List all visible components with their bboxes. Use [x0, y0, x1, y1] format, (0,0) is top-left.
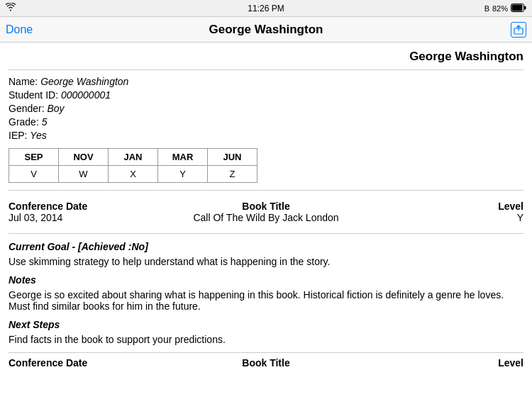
goal-title: Current Goal - [Achieved :No] — [9, 241, 523, 252]
notes-title: Notes — [9, 274, 523, 286]
conf-book-value: Call Of The Wild By Jack London — [180, 212, 352, 223]
iep-value: Yes — [30, 130, 46, 141]
score-value-sep: V — [9, 166, 59, 183]
nav-bar: Done George Washington — [0, 17, 532, 43]
done-button[interactable]: Done — [6, 23, 33, 36]
bottom-conf-date-label: Conference Date — [9, 357, 180, 369]
battery-icon — [511, 4, 526, 13]
bottom-conf-book-col: Book Title — [180, 357, 352, 369]
goal-title-text: Current Goal - [Achieved :No] — [9, 241, 148, 252]
conf-level-col: Level Y — [352, 201, 523, 223]
score-table: SEP NOV JAN MAR JUN V W X Y Z — [9, 148, 257, 183]
score-header-row: SEP NOV JAN MAR JUN — [9, 149, 257, 166]
section-divider-1 — [9, 190, 523, 191]
iep-label: IEP: — [9, 130, 30, 141]
status-right: B 82% — [484, 4, 526, 13]
score-value-row: V W X Y Z — [9, 166, 257, 183]
goal-text: Use skimming strategy to help understand… — [9, 256, 523, 267]
score-header-jun: JUN — [208, 149, 257, 166]
score-header-nov: NOV — [59, 149, 109, 166]
score-value-jan: X — [109, 166, 158, 183]
main-content: George Washington Name: George Washingto… — [0, 43, 532, 399]
score-header-mar: MAR — [158, 149, 208, 166]
score-value-nov: W — [59, 166, 109, 183]
bottom-conf-date-col: Conference Date — [9, 357, 180, 369]
conference-header: Conference Date Jul 03, 2014 Book Title … — [9, 198, 523, 226]
score-header-jan: JAN — [109, 149, 158, 166]
gender-value: Boy — [47, 103, 64, 114]
wifi-icon — [6, 3, 16, 13]
next-steps-title: Next Steps — [9, 319, 523, 330]
status-bar: 11:26 PM B 82% — [0, 0, 532, 17]
goal-section: Current Goal - [Achieved :No] Use skimmi… — [9, 241, 523, 267]
conf-book-col: Book Title Call Of The Wild By Jack Lond… — [180, 201, 352, 223]
bottom-conf-book-label: Book Title — [180, 357, 352, 369]
conf-date-value: Jul 03, 2014 — [9, 212, 180, 223]
status-time: 11:26 PM — [248, 4, 284, 13]
nav-title: George Washington — [209, 23, 323, 37]
studentid-value: 000000001 — [61, 89, 111, 101]
conf-book-label: Book Title — [180, 201, 352, 212]
share-action-button[interactable] — [511, 22, 526, 38]
name-row: Name: George Washington — [9, 76, 523, 87]
studentid-label: Student ID: — [9, 89, 61, 101]
battery-percentage: 82% — [492, 4, 508, 13]
conf-date-col: Conference Date Jul 03, 2014 — [9, 201, 180, 223]
bottom-conference-header: Conference Date Book Title Level — [9, 352, 523, 369]
gender-row: Gender: Boy — [9, 103, 523, 114]
conf-date-label: Conference Date — [9, 201, 180, 212]
student-info: Name: George Washington Student ID: 0000… — [9, 76, 523, 141]
conf-level-label: Level — [352, 201, 523, 212]
next-steps-text: Find facts in the book to support your p… — [9, 334, 523, 345]
name-label: Name: — [9, 76, 40, 87]
score-value-mar: Y — [158, 166, 208, 183]
section-divider-2 — [9, 233, 523, 234]
notes-text: George is so excited about sharing what … — [9, 289, 523, 312]
grade-value: 5 — [42, 116, 48, 128]
gender-label: Gender: — [9, 103, 47, 114]
bluetooth-icon: B — [484, 4, 489, 13]
svg-rect-1 — [512, 4, 523, 11]
score-value-jun: Z — [208, 166, 257, 183]
status-left — [6, 3, 16, 13]
grade-label: Grade: — [9, 116, 42, 128]
next-steps-section: Next Steps Find facts in the book to sup… — [9, 319, 523, 345]
conf-level-value: Y — [352, 212, 523, 223]
svg-rect-2 — [524, 6, 526, 9]
student-name-header: George Washington — [9, 43, 523, 70]
name-value: George Washington — [40, 76, 128, 87]
bottom-conf-level-label: Level — [352, 357, 523, 369]
bottom-conf-level-col: Level — [352, 357, 523, 369]
grade-row: Grade: 5 — [9, 116, 523, 128]
studentid-row: Student ID: 000000001 — [9, 89, 523, 101]
notes-section: Notes George is so excited about sharing… — [9, 274, 523, 312]
iep-row: IEP: Yes — [9, 130, 523, 141]
score-header-sep: SEP — [9, 149, 59, 166]
